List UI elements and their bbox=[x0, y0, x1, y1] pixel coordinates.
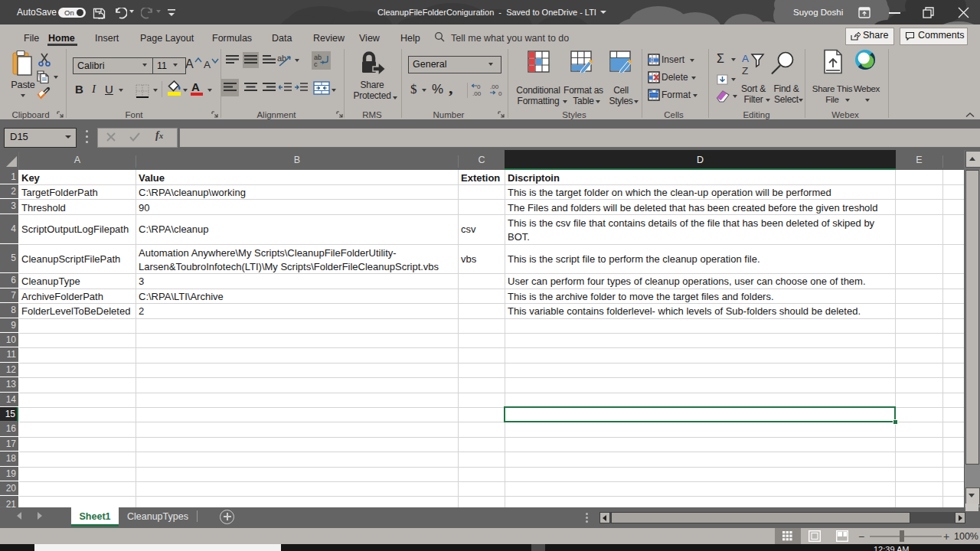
svg-text:.00: .00 bbox=[472, 90, 482, 97]
svg-text:Z: Z bbox=[742, 65, 748, 75]
svg-text:.00: .00 bbox=[490, 83, 499, 90]
svg-text:0: 0 bbox=[477, 83, 481, 90]
svg-text:0: 0 bbox=[498, 90, 502, 97]
svg-text:A: A bbox=[742, 53, 749, 64]
svg-text:c: c bbox=[314, 60, 318, 67]
